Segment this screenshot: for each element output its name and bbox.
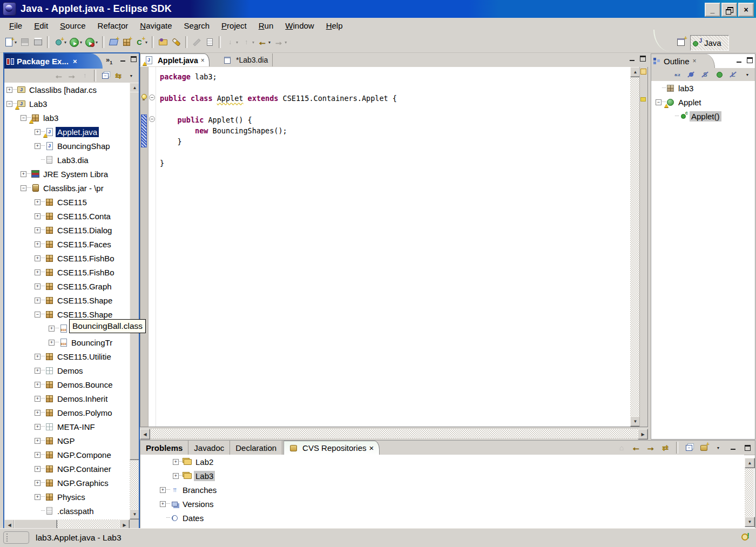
- expander-icon[interactable]: +: [35, 255, 40, 261]
- quickfix-lightbulb-icon[interactable]: [141, 94, 147, 100]
- expander-icon[interactable]: +: [35, 143, 40, 149]
- expander-icon[interactable]: +: [21, 171, 26, 177]
- tree-item-classlibs-hadar-cs[interactable]: +Classlibs [hadar.cs: [4, 83, 130, 97]
- expander-icon[interactable]: +: [35, 269, 40, 275]
- outline-maximize-button[interactable]: [746, 57, 753, 64]
- tree-item-classlibs-jar-pr[interactable]: −Classlibs.jar - \pr: [4, 181, 130, 195]
- expander-icon[interactable]: +: [35, 452, 40, 458]
- scroll-right-icon[interactable]: ▶: [638, 429, 648, 440]
- menu-item-navigate[interactable]: Navigate: [134, 19, 178, 32]
- tree-item-cse115-shape[interactable]: +CSE115.Shape: [4, 293, 130, 307]
- link-with-editor-button[interactable]: [112, 69, 125, 83]
- tree-item-cse115-conta[interactable]: +CSE115.Conta: [4, 209, 130, 223]
- previous-annotation-dropdown-icon[interactable]: ▾: [252, 40, 254, 45]
- editor-tab-close-icon[interactable]: ×: [201, 57, 205, 64]
- fold-collapse-icon[interactable]: [149, 116, 155, 122]
- tree-item-demos-polymo[interactable]: +Demos.Polymo: [4, 406, 130, 420]
- hide-non-public-button[interactable]: [713, 67, 726, 82]
- expander-icon[interactable]: +: [35, 283, 40, 289]
- run-button[interactable]: ▾: [68, 35, 84, 49]
- tree-item-cse115-faces[interactable]: +CSE115.Faces: [4, 237, 130, 251]
- open-perspective-button[interactable]: [676, 37, 686, 46]
- minimize-button[interactable]: _: [705, 3, 720, 17]
- expander-icon[interactable]: +: [35, 494, 40, 500]
- expander-icon[interactable]: +: [35, 213, 40, 219]
- expander-icon[interactable]: −: [21, 115, 26, 121]
- background-task-icon[interactable]: [741, 532, 750, 541]
- debug-dropdown-icon[interactable]: ▾: [64, 40, 66, 45]
- tree-item-cse115-fishbo[interactable]: +CSE115.FishBo: [4, 251, 130, 265]
- run-dropdown-icon[interactable]: ▾: [80, 40, 82, 45]
- tree-item-ngp-compone[interactable]: +NGP.Compone: [4, 448, 130, 462]
- expander-icon[interactable]: +: [49, 326, 55, 332]
- menu-item-window[interactable]: Window: [279, 19, 320, 32]
- tree-item-cse115[interactable]: +CSE115: [4, 195, 130, 209]
- hide-fields-button[interactable]: [685, 67, 698, 82]
- package-explorer-maximize-button[interactable]: [130, 56, 137, 63]
- sort-button[interactable]: [671, 67, 684, 82]
- tree-item-meta-inf[interactable]: +META-INF: [4, 420, 130, 434]
- tree-item-demos[interactable]: +Demos: [4, 363, 130, 377]
- back-dropdown-icon[interactable]: ▾: [268, 40, 271, 45]
- menu-item-run[interactable]: Run: [253, 19, 280, 32]
- expander-icon[interactable]: +: [35, 368, 40, 374]
- tree-item-cse115-fishbo[interactable]: +CSE115.FishBo: [4, 265, 130, 279]
- expander-icon[interactable]: +: [6, 87, 12, 93]
- scroll-thumb[interactable]: [130, 92, 139, 460]
- expander-icon[interactable]: +: [35, 227, 40, 233]
- tree-item-ngp-graphics[interactable]: +NGP.Graphics: [4, 476, 130, 490]
- editor-hscrollbar[interactable]: ◀ ▶: [140, 429, 648, 438]
- statusbar-grip[interactable]: [3, 531, 29, 544]
- expander-icon[interactable]: −: [35, 312, 40, 318]
- hide-local-types-button[interactable]: [727, 67, 740, 82]
- back-button[interactable]: ▾: [256, 35, 272, 49]
- maximize-view-button[interactable]: [741, 441, 754, 455]
- expander-icon[interactable]: +: [35, 129, 40, 135]
- menu-item-help[interactable]: Help: [320, 19, 349, 32]
- new-wizard-button[interactable]: ▾: [2, 35, 18, 49]
- forward-button[interactable]: [644, 441, 657, 455]
- tree-item-lab3[interactable]: +Lab3: [140, 469, 744, 483]
- debug-button[interactable]: ▾: [52, 35, 68, 49]
- add-cvs-repository-button[interactable]: [697, 441, 710, 455]
- expander-icon[interactable]: +: [35, 298, 40, 303]
- cvs-vscrollbar[interactable]: ▲ ▼: [745, 458, 754, 527]
- forward-dropdown-icon[interactable]: ▾: [285, 40, 287, 45]
- expander-icon[interactable]: +: [35, 382, 40, 388]
- new-java-project-button[interactable]: [107, 35, 120, 49]
- tree-item-versions[interactable]: +Versions: [140, 497, 744, 511]
- expander-icon[interactable]: +: [160, 487, 166, 493]
- editor-maximize-button[interactable]: [639, 55, 646, 62]
- expander-icon[interactable]: +: [49, 340, 55, 346]
- package-explorer-close-icon[interactable]: ×: [73, 57, 77, 65]
- tree-item-cse115-dialog[interactable]: +CSE115.Dialog: [4, 223, 130, 237]
- external-tools-dropdown-icon[interactable]: ▾: [96, 40, 98, 45]
- view-menu-button[interactable]: [712, 441, 725, 455]
- expander-icon[interactable]: +: [35, 241, 40, 247]
- expander-icon[interactable]: −: [21, 185, 26, 191]
- hide-static-button[interactable]: [699, 67, 712, 82]
- collapse-all-button[interactable]: [683, 441, 696, 455]
- tree-item-ngp[interactable]: +NGP: [4, 434, 130, 448]
- last-edit-location-button[interactable]: [203, 35, 216, 49]
- expander-icon[interactable]: +: [35, 354, 40, 360]
- tree-item-lab2[interactable]: +Lab2: [140, 455, 744, 469]
- view-chevron[interactable]: »1: [106, 56, 112, 65]
- editor-tab-lab3-dia[interactable]: *Lab3.dia: [219, 53, 273, 66]
- bottom-tab-close-icon[interactable]: ×: [369, 443, 374, 453]
- code-area[interactable]: package lab3;public class Applet extends…: [156, 67, 630, 427]
- outline-minimize-button[interactable]: [735, 57, 742, 64]
- menu-item-file[interactable]: File: [3, 19, 28, 32]
- bottom-tab-problems[interactable]: Problems: [140, 441, 188, 455]
- expander-icon[interactable]: +: [35, 466, 40, 472]
- tree-item-cse115-graph[interactable]: +CSE115.Graph: [4, 279, 130, 293]
- package-explorer-minimize-button[interactable]: [119, 56, 126, 63]
- tree-item-applet-java[interactable]: +Applet.java: [4, 125, 130, 139]
- outline-close-icon[interactable]: ×: [693, 57, 697, 65]
- print-button[interactable]: [31, 35, 44, 49]
- tree-item-lab3[interactable]: lab3: [651, 81, 755, 95]
- new-class-button[interactable]: ▾: [133, 35, 149, 49]
- editor-vscrollbar[interactable]: ▲ ▼: [630, 67, 639, 427]
- expander-icon[interactable]: +: [160, 501, 166, 507]
- expander-icon[interactable]: +: [35, 396, 40, 402]
